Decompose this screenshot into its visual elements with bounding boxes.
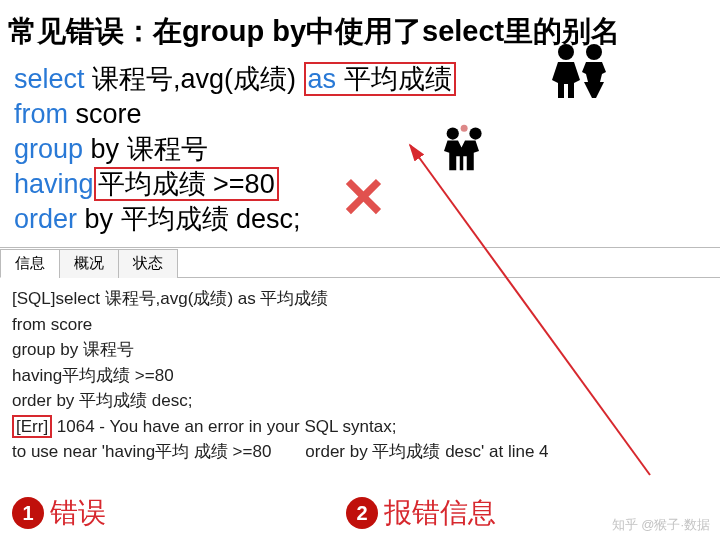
err-text: 1064 - You have an error in your SQL syn…	[52, 417, 396, 436]
tab-profile[interactable]: 概况	[59, 249, 119, 278]
callout-2-text: 报错信息	[384, 494, 496, 532]
callout-1: 1 错误	[12, 494, 106, 532]
txt: by 课程号	[83, 134, 208, 164]
people-icon-2	[430, 120, 500, 179]
msg-line: having平均成绩 >=80	[12, 363, 708, 389]
msg-line: group by 课程号	[12, 337, 708, 363]
callout-2: 2 报错信息	[346, 494, 496, 532]
badge-1: 1	[12, 497, 44, 529]
txt: 课程号,avg(成绩)	[85, 64, 304, 94]
msg-line: to use near 'having平均 成绩 >=80 order by 平…	[12, 439, 708, 465]
tab-info[interactable]: 信息	[0, 249, 60, 278]
msg-line: [SQL]select 课程号,avg(成绩) as 平均成绩	[12, 286, 708, 312]
cross-icon: ✕	[340, 162, 387, 235]
kw-having: having	[14, 169, 94, 199]
having-alias-box: 平均成绩 >=80	[94, 167, 279, 201]
callout-1-text: 错误	[50, 494, 106, 532]
svg-point-0	[558, 44, 574, 60]
svg-point-3	[469, 127, 481, 139]
badge-2: 2	[346, 497, 378, 529]
message-area: [SQL]select 课程号,avg(成绩) as 平均成绩 from sco…	[0, 278, 720, 473]
kw-as: as	[308, 64, 337, 94]
kw-group: group	[14, 134, 83, 164]
svg-point-2	[447, 127, 459, 139]
kw-from: from	[14, 99, 68, 129]
kw-select: select	[14, 64, 85, 94]
svg-point-4	[461, 125, 468, 132]
err-label-box: [Err]	[12, 415, 52, 438]
msg-err-line: [Err] 1064 - You have an error in your S…	[12, 414, 708, 440]
people-icon-1	[540, 40, 620, 104]
result-panel: 信息 概况 状态 [SQL]select 课程号,avg(成绩) as 平均成绩…	[0, 247, 720, 473]
tab-bar: 信息 概况 状态	[0, 248, 720, 278]
alias-text: 平均成绩	[336, 64, 452, 94]
watermark: 知乎 @猴子·数据	[612, 516, 710, 534]
tab-status[interactable]: 状态	[118, 249, 178, 278]
kw-order: order	[14, 204, 77, 234]
alias-box: as 平均成绩	[304, 62, 456, 96]
txt: by 平均成绩 desc;	[77, 204, 301, 234]
txt: score	[68, 99, 142, 129]
msg-line: order by 平均成绩 desc;	[12, 388, 708, 414]
svg-point-1	[586, 44, 602, 60]
msg-line: from score	[12, 312, 708, 338]
